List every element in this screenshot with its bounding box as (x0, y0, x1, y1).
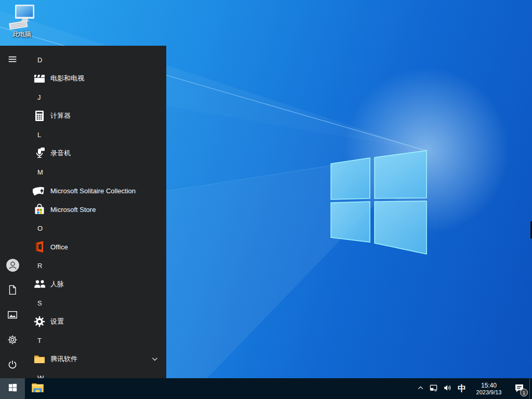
rail-settings-button[interactable] (0, 328, 25, 353)
section-letter: J (37, 94, 41, 101)
section-letter: W (37, 374, 44, 379)
rail-documents-button[interactable] (0, 278, 25, 303)
tray-show-hidden-icons-button[interactable] (414, 378, 427, 399)
office-icon (33, 240, 46, 254)
app-item[interactable]: 电影和电视 (25, 69, 166, 88)
rail-power-button[interactable] (0, 353, 25, 378)
section-header-M[interactable]: M (25, 163, 166, 181)
start-button[interactable] (0, 378, 25, 399)
section-letter: L (37, 131, 41, 139)
start-menu-rail (0, 46, 25, 378)
rail-expand-menu-button[interactable] (0, 48, 25, 73)
section-header-D[interactable]: D (25, 50, 166, 69)
start-menu: D电影和电视J计算器L录音机MMicrosoft Solitaire Colle… (0, 46, 166, 378)
tray-volume-button[interactable] (441, 378, 455, 399)
clock-time: 15:40 (481, 382, 497, 389)
app-item[interactable]: Microsoft Store (25, 200, 166, 219)
gear-outline-icon (7, 334, 18, 348)
app-label: 计算器 (50, 111, 71, 121)
app-label: 电影和电视 (50, 74, 84, 83)
clock-date: 2023/9/13 (476, 389, 502, 396)
section-letter: D (37, 56, 42, 64)
chevron-down-icon[interactable] (151, 355, 159, 363)
gear-solid-icon (33, 315, 46, 328)
store-icon (33, 203, 46, 216)
app-item[interactable]: 人脉 (25, 275, 166, 294)
hamburger-icon (7, 54, 18, 67)
taskbar: 中 15:40 2023/9/13 1 (0, 378, 532, 399)
section-letter: T (37, 337, 42, 344)
section-letter: R (37, 262, 42, 270)
this-pc-icon (8, 4, 35, 30)
app-label: 腾讯软件 (50, 354, 77, 364)
app-item[interactable]: 录音机 (25, 144, 166, 163)
app-label: Office (50, 243, 68, 251)
app-label: Microsoft Solitaire Collection (50, 187, 136, 195)
power-icon (7, 359, 18, 373)
recorder-icon (33, 147, 46, 160)
section-letter: M (37, 168, 43, 176)
section-header-W[interactable]: W (25, 368, 166, 378)
desktop-icon-this-pc[interactable]: 此电脑 (5, 4, 38, 38)
app-item[interactable]: 腾讯软件 (25, 350, 166, 368)
avatar-icon (6, 258, 20, 274)
section-header-R[interactable]: R (25, 256, 166, 275)
action-center-button[interactable]: 1 (509, 378, 529, 399)
section-letter: S (37, 299, 42, 307)
rail-user-account-button[interactable] (0, 254, 25, 278)
chevron-up-icon (416, 383, 425, 394)
tray-ime-indicator[interactable]: 中 (455, 378, 469, 399)
movies-icon (33, 72, 46, 85)
app-item[interactable]: 计算器 (25, 107, 166, 125)
network-icon (429, 383, 438, 394)
tray-clock[interactable]: 15:40 2023/9/13 (469, 378, 509, 399)
tray-network-button[interactable] (427, 378, 441, 399)
app-label: 人脉 (50, 280, 64, 289)
people-icon (33, 277, 46, 291)
app-label: 录音机 (50, 149, 71, 158)
app-label: Microsoft Store (50, 206, 96, 214)
section-letter: O (37, 224, 43, 232)
section-header-J[interactable]: J (25, 88, 166, 107)
calculator-icon (33, 109, 46, 123)
volume-icon (443, 383, 452, 394)
notification-badge: 1 (520, 389, 528, 396)
section-header-L[interactable]: L (25, 125, 166, 144)
taskbar-file-explorer-button[interactable] (25, 378, 50, 399)
start-menu-app-list: D电影和电视J计算器L录音机MMicrosoft Solitaire Colle… (25, 50, 166, 378)
app-item[interactable]: 设置 (25, 312, 166, 331)
solitaire-icon (33, 184, 46, 197)
windows-start-icon (8, 383, 17, 394)
rail-pictures-button[interactable] (0, 303, 25, 328)
this-pc-label: 此电脑 (5, 31, 38, 38)
windows-logo-wallpaper (331, 151, 427, 254)
section-header-O[interactable]: O (25, 219, 166, 237)
file-explorer-icon (31, 381, 45, 397)
ime-label: 中 (458, 383, 466, 394)
show-desktop-button[interactable] (529, 378, 532, 399)
app-item[interactable]: Office (25, 237, 166, 256)
pictures-icon (7, 309, 18, 323)
app-item[interactable]: Microsoft Solitaire Collection (25, 181, 166, 200)
section-header-T[interactable]: T (25, 331, 166, 350)
system-tray: 中 15:40 2023/9/13 1 (414, 378, 532, 399)
app-label: 设置 (50, 317, 64, 326)
folder-icon (33, 352, 46, 366)
section-header-S[interactable]: S (25, 294, 166, 312)
document-icon (7, 284, 18, 298)
